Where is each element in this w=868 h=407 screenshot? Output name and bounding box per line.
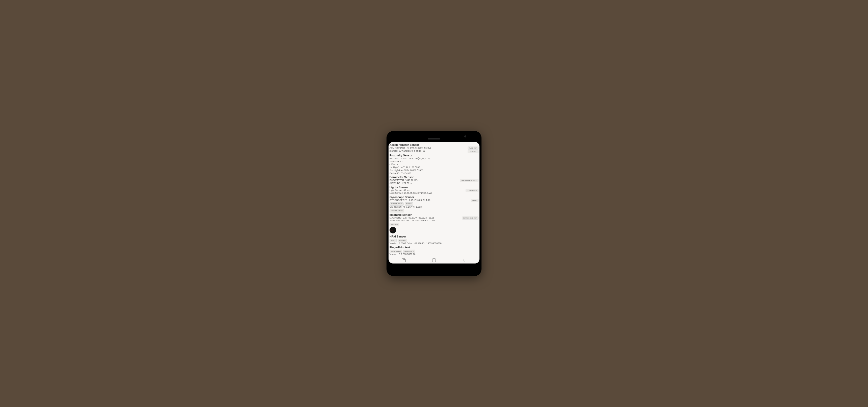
back-button[interactable] <box>462 258 466 262</box>
accel-angles: x-angle: -6, y-angle: 34, z-angle: 55 <box>390 150 467 153</box>
home-button[interactable] <box>432 258 436 262</box>
gyro-graph-button[interactable]: GRAPH <box>471 199 478 202</box>
magnetic-azimuth: AZIMUTH: 99.13 PITCH: -35.34 ROLL: -7.04 <box>390 219 461 222</box>
graph-button[interactable]: GRAPH <box>468 150 478 153</box>
light-lux: Light Sensor: 42 lux <box>390 189 465 192</box>
first-thd: 1st High/Low THD: 2100 / 900 <box>390 166 478 169</box>
screen: Accelerometer Sensor ACC Raw Data - x: -… <box>389 142 479 263</box>
hrm-title: HRM Sensor <box>390 235 478 238</box>
barometer-title: Barometer Sensor <box>390 176 478 179</box>
tsp-color-id: TSP color ID : 1 <box>390 160 478 163</box>
device-id: Device ID : TMD4906 <box>390 172 478 175</box>
navigation-bar <box>389 256 479 263</box>
image-test-button[interactable]: IMAGE TEST <box>468 147 478 150</box>
magnetic-title: Magnetic Sensor <box>390 213 478 216</box>
fingerprint-version: Version : 3.2.013.5356.16 <box>390 253 478 256</box>
proximity-title: Proximity Sensor <box>390 154 478 157</box>
gyroscope-title: Gyroscope Sensor <box>390 195 478 198</box>
gyro-selftest-button[interactable]: GYRO SELFTEST <box>390 202 404 206</box>
light-sensor-button[interactable]: LIGHT SENSOR <box>466 189 478 192</box>
sensorinfo-button[interactable]: SENSORINFO <box>403 250 415 253</box>
accelerometer-title: Accelerometer Sensor <box>390 143 478 146</box>
proximity-offset: Offset: 7 <box>390 163 478 166</box>
magnetic-selftest-button[interactable]: SELFTEST <box>390 223 399 226</box>
recents-button[interactable] <box>402 258 406 262</box>
magnetic-xyz: MAGNETIC: 2, x: -80.27, y: -86.21, z: -6… <box>390 217 461 220</box>
proximity-adc: ADC: 94(76,94,112) <box>409 157 430 160</box>
barometer-selftest-button[interactable]: BAROMETER SELFTEST <box>460 179 478 182</box>
compass-icon <box>390 227 396 233</box>
ois-gyro: OIS GYRO : X: -1.267 Y: -1.213 <box>390 206 470 209</box>
speaker-grille <box>428 138 440 139</box>
hrm-eol-test-button[interactable]: EOL TEST <box>398 239 407 242</box>
gyro-display-button[interactable]: DISPLAY <box>405 202 413 206</box>
hrm-version: Version : 1.8302 Driver : 09.110 ID : 13… <box>390 242 478 245</box>
gyro-self-test-button[interactable]: GYRO SELF TEST <box>390 209 404 213</box>
second-thd: 2nd High/Low THD: 16368 / 1000 <box>390 169 478 172</box>
fingerprint-title: FingerPrint test <box>390 246 478 249</box>
barometer-value: BAROMETER: 1040.12 hPa <box>390 179 459 182</box>
phone-frame: Accelerometer Sensor ACC Raw Data - x: -… <box>386 131 482 276</box>
accel-raw-data: ACC Raw Data - x: -504, y: 2368, z: 3395 <box>390 147 467 150</box>
lights-title: Lights Sensor <box>390 186 478 189</box>
front-camera <box>464 135 466 137</box>
light-rgbw: Light Sensor: 55,80,65,83,49,7 (R,G,B,W) <box>390 192 465 195</box>
altitude-value: ALTITUDE: -221.38 m <box>390 182 459 185</box>
normalscan-button[interactable]: NORMALSCAN <box>390 250 402 253</box>
hrm-start-button[interactable]: START <box>390 239 397 242</box>
proximity-value: PROXIMITY: 0.0 <box>390 157 406 160</box>
gyroscope-ypr: GYROSCOPE: Y: -1.13, P: 6.05, R: 1.16 <box>390 199 470 202</box>
power-noise-test-button[interactable]: POWER NOISE TEST <box>462 217 478 220</box>
